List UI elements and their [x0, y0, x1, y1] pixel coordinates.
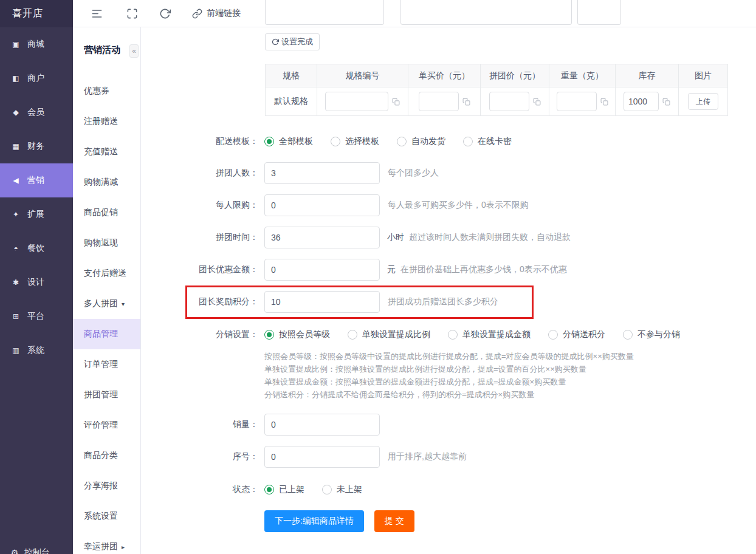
sidebar-item-merchant[interactable]: ◧ 商户: [0, 61, 73, 95]
sidebar-item-mall[interactable]: ▣ 商城: [0, 27, 73, 61]
merchant-icon: ◧: [11, 74, 21, 83]
radio-icon: [397, 137, 407, 146]
batch-set-icon[interactable]: [392, 98, 400, 106]
spec-name: 默认规格: [274, 96, 308, 106]
leader-discount-input[interactable]: [264, 259, 380, 281]
sales-input[interactable]: [264, 414, 380, 436]
submenu-item-group-management[interactable]: 拼团管理: [73, 380, 140, 410]
submenu-item-discount[interactable]: 购物满减: [73, 167, 140, 197]
sidebar-item-label: 会员: [27, 107, 44, 118]
upload-image-button[interactable]: 上传: [688, 93, 718, 110]
radio-all-templates[interactable]: 全部模板: [264, 136, 313, 147]
radio-points-reward[interactable]: 分销送积分: [548, 329, 605, 340]
stock-input[interactable]: [624, 92, 659, 111]
group-price-input[interactable]: [489, 92, 529, 111]
group-time-unit: 小时: [387, 232, 404, 243]
collapse-sidebar-button[interactable]: «: [129, 44, 139, 58]
submit-button[interactable]: 提 交: [374, 510, 414, 532]
sidebar-item-platform[interactable]: ⊞ 平台: [0, 299, 73, 333]
submenu-item-order-management[interactable]: 订单管理: [73, 349, 140, 380]
submenu-item-promotion[interactable]: 商品促销: [73, 197, 140, 228]
delivery-template-radios: 全部模板 选择模板 自动发货 在线卡密: [264, 136, 529, 147]
partial-input[interactable]: [400, 0, 572, 25]
radio-custom-ratio[interactable]: 单独设置提成比例: [348, 329, 430, 340]
frontend-link-label: 前端链接: [207, 8, 241, 19]
help-line: 单独设置提成比例：按照单独设置的提成比例进行提成分配，提成=设置的百分比××购买…: [264, 363, 634, 375]
batch-set-icon[interactable]: [462, 98, 470, 106]
single-price-input[interactable]: [419, 92, 459, 111]
submenu-item-register-gift[interactable]: 注册赠送: [73, 106, 140, 137]
submenu-item-system-settings[interactable]: 系统设置: [73, 501, 140, 532]
leader-points-input[interactable]: [264, 291, 380, 313]
sort-input[interactable]: [264, 446, 380, 468]
group-time-input[interactable]: [264, 227, 380, 248]
delivery-template-row: 配送模板： 全部模板 选择模板 自动发货 在线卡密: [141, 131, 529, 152]
link-icon: [192, 9, 202, 19]
partial-input[interactable]: [265, 0, 384, 25]
sidebar-item-finance[interactable]: ▦ 财务: [0, 129, 73, 163]
submenu-item-coupon[interactable]: 优惠券: [73, 76, 140, 106]
radio-unlisted[interactable]: 未上架: [322, 484, 362, 495]
sidebar-item-extension[interactable]: ✦ 扩展: [0, 197, 73, 231]
radio-icon: [463, 137, 473, 146]
batch-set-icon[interactable]: [600, 98, 608, 106]
help-line: 分销送积分：分销提成不给佣金而是给积分，得到的积分=提成积分×购买数量: [264, 388, 634, 401]
sidebar-item-label: 商城: [27, 39, 44, 50]
partial-input[interactable]: [577, 0, 621, 25]
radio-by-member-level[interactable]: 按照会员等级: [264, 329, 330, 340]
submenu-item-product-category[interactable]: 商品分类: [73, 440, 140, 471]
col-header-stock: 库存: [616, 64, 679, 87]
per-limit-input[interactable]: [264, 194, 380, 216]
weight-input[interactable]: [557, 92, 597, 111]
finance-icon: ▦: [11, 142, 21, 151]
refresh-small-icon: [272, 38, 279, 46]
col-header-group-price: 拼团价（元）: [481, 64, 549, 87]
submenu-group-multi-groupbuy[interactable]: 多人拼团 ▾: [73, 289, 140, 319]
submenu-item-cashback[interactable]: 购物返现: [73, 228, 140, 258]
sidebar-item-design[interactable]: ✱ 设计: [0, 265, 73, 299]
radio-custom-amount[interactable]: 单独设置提成金额: [448, 329, 531, 340]
submenu-item-product-management[interactable]: 商品管理: [73, 319, 140, 349]
submenu-group-lucky-groupbuy[interactable]: 幸运拼团 ▸: [73, 532, 140, 554]
spec-setup-done-button[interactable]: 设置完成: [265, 33, 320, 50]
batch-set-icon[interactable]: [533, 98, 541, 106]
distribution-radios: 按照会员等级 单独设置提成比例 单独设置提成金额 分销送积分 不参与分销: [264, 329, 698, 340]
sidebar-item-catering[interactable]: ◓ 餐饮: [0, 231, 73, 265]
radio-online-card[interactable]: 在线卡密: [463, 136, 512, 147]
group-size-input[interactable]: [264, 162, 380, 184]
spec-table-header-row: 规格 规格编号 单买价（元） 拼团价（元） 重量（克） 库存 图片: [266, 64, 728, 87]
sidebar-item-label: 平台: [27, 311, 44, 322]
submenu-item-pay-gift[interactable]: 支付后赠送: [73, 258, 140, 289]
radio-select-template[interactable]: 选择模板: [331, 136, 379, 147]
chevron-down-icon: ▾: [122, 301, 125, 307]
submenu-item-share-poster[interactable]: 分享海报: [73, 471, 140, 501]
frontend-link-button[interactable]: 前端链接: [192, 0, 241, 27]
fullscreen-icon[interactable]: [126, 8, 138, 19]
sidebar-item-label: 系统: [27, 345, 44, 356]
catering-icon: ◓: [11, 244, 21, 253]
sort-row: 序号： 用于排序,越大越靠前: [141, 446, 467, 468]
marketing-submenu: 营销活动 « 优惠券 注册赠送 充值赠送 购物满减 商品促销 购物返现 支付后赠…: [73, 27, 141, 554]
submenu-item-recharge-gift[interactable]: 充值赠送: [73, 137, 140, 167]
radio-auto-delivery[interactable]: 自动发货: [397, 136, 445, 147]
sidebar-item-marketing[interactable]: ◀ 营销: [0, 163, 73, 197]
sidebar-item-system[interactable]: ▥ 系统: [0, 333, 73, 368]
sidebar-item-console[interactable]: ⚙ 控制台: [0, 541, 73, 554]
refresh-icon[interactable]: [159, 8, 171, 19]
menu-fold-icon[interactable]: [91, 8, 103, 19]
system-icon: ▥: [11, 346, 21, 355]
radio-listed[interactable]: 已上架: [264, 484, 304, 495]
leader-points-hint: 拼团成功后赠送团长多少积分: [388, 296, 498, 307]
next-step-button[interactable]: 下一步:编辑商品详情: [264, 510, 364, 532]
app-logo[interactable]: 喜开店: [0, 0, 73, 27]
radio-icon: [264, 137, 274, 146]
sidebar-item-label: 设计: [27, 277, 44, 288]
sidebar-item-member[interactable]: ◆ 会员: [0, 95, 73, 129]
distribution-help-text: 按照会员等级：按照会员等级中设置的提成比例进行提成分配，提成=对应会员等级的提成…: [264, 350, 634, 401]
batch-set-icon[interactable]: [662, 98, 670, 106]
submenu-item-review-management[interactable]: 评价管理: [73, 410, 140, 440]
spec-no-input[interactable]: [325, 92, 388, 111]
distribution-label: 分销设置：: [141, 329, 258, 340]
radio-no-distribution[interactable]: 不参与分销: [623, 329, 680, 340]
leader-points-label: 团长奖励积分：: [141, 296, 258, 307]
